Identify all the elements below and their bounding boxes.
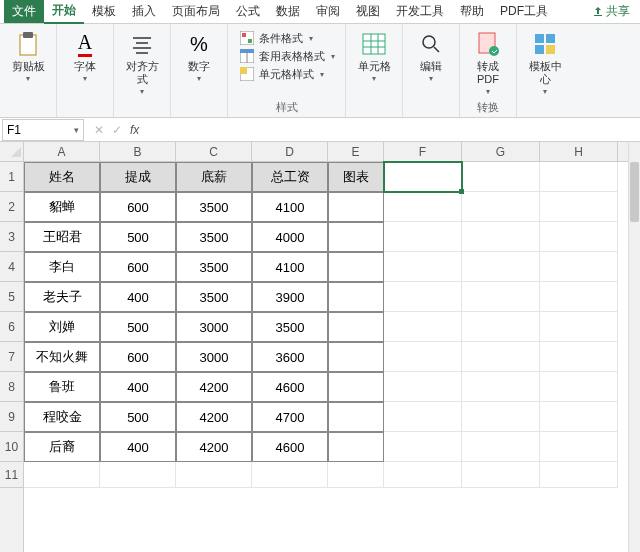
cell[interactable]: [328, 372, 384, 402]
confirm-icon[interactable]: ✓: [112, 123, 122, 137]
cell[interactable]: [384, 372, 462, 402]
cell[interactable]: [384, 282, 462, 312]
cell[interactable]: [328, 282, 384, 312]
cell[interactable]: [462, 462, 540, 488]
cell[interactable]: [540, 312, 618, 342]
cell[interactable]: [540, 282, 618, 312]
cell[interactable]: [540, 252, 618, 282]
cell[interactable]: 4000: [252, 222, 328, 252]
row-header-9[interactable]: 9: [0, 402, 23, 432]
cell[interactable]: 4200: [176, 372, 252, 402]
col-header-C[interactable]: C: [176, 142, 252, 161]
cell[interactable]: 图表: [328, 162, 384, 192]
cell[interactable]: [462, 402, 540, 432]
cell[interactable]: [328, 252, 384, 282]
cell[interactable]: [328, 432, 384, 462]
row-header-3[interactable]: 3: [0, 222, 23, 252]
cell[interactable]: [462, 432, 540, 462]
cell[interactable]: [540, 192, 618, 222]
cell[interactable]: 4200: [176, 402, 252, 432]
cell[interactable]: [540, 462, 618, 488]
cell[interactable]: [384, 432, 462, 462]
cell[interactable]: [24, 462, 100, 488]
cell[interactable]: [328, 462, 384, 488]
cell[interactable]: 4200: [176, 432, 252, 462]
row-header-10[interactable]: 10: [0, 432, 23, 462]
cell[interactable]: 4700: [252, 402, 328, 432]
cell[interactable]: 600: [100, 192, 176, 222]
menu-dev[interactable]: 开发工具: [388, 0, 452, 23]
cell[interactable]: 貂蝉: [24, 192, 100, 222]
cell[interactable]: 3900: [252, 282, 328, 312]
cell[interactable]: [384, 192, 462, 222]
cell[interactable]: [384, 462, 462, 488]
cell[interactable]: 400: [100, 282, 176, 312]
share-button[interactable]: 共享: [586, 3, 636, 20]
cell[interactable]: [328, 222, 384, 252]
font-button[interactable]: A 字体▾: [63, 28, 107, 85]
table-format-button[interactable]: 套用表格格式▾: [239, 48, 335, 64]
col-header-A[interactable]: A: [24, 142, 100, 161]
cell[interactable]: [384, 222, 462, 252]
cell[interactable]: [462, 252, 540, 282]
cell[interactable]: 600: [100, 252, 176, 282]
cell[interactable]: [540, 432, 618, 462]
cell[interactable]: [100, 462, 176, 488]
clipboard-button[interactable]: 剪贴板▾: [6, 28, 50, 85]
menu-insert[interactable]: 插入: [124, 0, 164, 23]
cell[interactable]: 提成: [100, 162, 176, 192]
cell[interactable]: [462, 372, 540, 402]
cell[interactable]: 3000: [176, 312, 252, 342]
cell[interactable]: [462, 312, 540, 342]
cell[interactable]: 老夫子: [24, 282, 100, 312]
cell[interactable]: [328, 342, 384, 372]
cell[interactable]: 3500: [252, 312, 328, 342]
edit-button[interactable]: 编辑▾: [409, 28, 453, 85]
template-center-button[interactable]: 模板中心▾: [523, 28, 567, 98]
cell[interactable]: [462, 282, 540, 312]
menu-file[interactable]: 文件: [4, 0, 44, 23]
cell[interactable]: 鲁班: [24, 372, 100, 402]
cell[interactable]: 3600: [252, 342, 328, 372]
row-header-1[interactable]: 1: [0, 162, 23, 192]
row-header-2[interactable]: 2: [0, 192, 23, 222]
cell[interactable]: 500: [100, 402, 176, 432]
row-header-6[interactable]: 6: [0, 312, 23, 342]
menu-data[interactable]: 数据: [268, 0, 308, 23]
cell[interactable]: [462, 162, 540, 192]
col-header-B[interactable]: B: [100, 142, 176, 161]
conditional-format-button[interactable]: 条件格式▾: [239, 30, 335, 46]
vertical-scrollbar[interactable]: [628, 142, 640, 552]
cell[interactable]: 3500: [176, 252, 252, 282]
cell[interactable]: [384, 162, 462, 192]
col-header-F[interactable]: F: [384, 142, 462, 161]
menu-review[interactable]: 审阅: [308, 0, 348, 23]
cells-button[interactable]: 单元格▾: [352, 28, 396, 85]
menu-home[interactable]: 开始: [44, 0, 84, 24]
cell[interactable]: 总工资: [252, 162, 328, 192]
cell[interactable]: [540, 342, 618, 372]
row-header-4[interactable]: 4: [0, 252, 23, 282]
col-header-G[interactable]: G: [462, 142, 540, 161]
cell[interactable]: [384, 402, 462, 432]
menu-formulas[interactable]: 公式: [228, 0, 268, 23]
cell[interactable]: 王昭君: [24, 222, 100, 252]
cell[interactable]: [462, 222, 540, 252]
select-all-corner[interactable]: [0, 142, 24, 162]
cell[interactable]: 后裔: [24, 432, 100, 462]
cell[interactable]: 400: [100, 432, 176, 462]
cell[interactable]: [176, 462, 252, 488]
cell[interactable]: [462, 342, 540, 372]
menu-help[interactable]: 帮助: [452, 0, 492, 23]
cell[interactable]: 李白: [24, 252, 100, 282]
cell[interactable]: 不知火舞: [24, 342, 100, 372]
menu-page-layout[interactable]: 页面布局: [164, 0, 228, 23]
scrollbar-thumb[interactable]: [630, 162, 639, 222]
align-button[interactable]: 对齐方式▾: [120, 28, 164, 98]
number-button[interactable]: % 数字▾: [177, 28, 221, 85]
row-header-7[interactable]: 7: [0, 342, 23, 372]
cell[interactable]: 4100: [252, 192, 328, 222]
cell[interactable]: [462, 192, 540, 222]
cells-area[interactable]: 姓名提成底薪总工资图表貂蝉60035004100王昭君50035004000李白…: [24, 162, 628, 552]
cell[interactable]: 3500: [176, 282, 252, 312]
